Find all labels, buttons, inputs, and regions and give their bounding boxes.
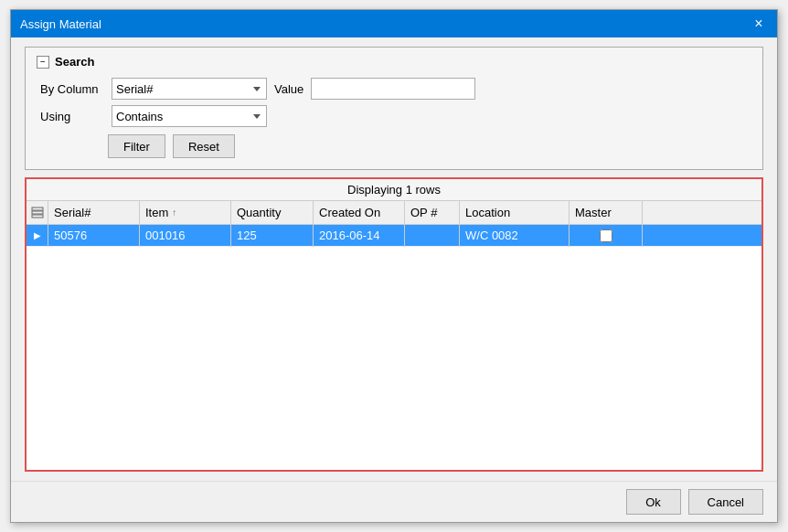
cell-created-on: 2016-06-14 xyxy=(314,225,405,247)
ok-button[interactable]: Ok xyxy=(626,489,681,515)
svg-rect-1 xyxy=(32,211,43,214)
close-button[interactable]: × xyxy=(750,15,768,33)
row-arrow: ▶ xyxy=(27,225,48,247)
filter-button[interactable]: Filter xyxy=(108,134,165,158)
by-column-row: By Column Serial# Item Quantity Created … xyxy=(40,78,751,100)
search-fields: By Column Serial# Item Quantity Created … xyxy=(37,78,751,127)
col-header-master[interactable]: Master xyxy=(570,201,643,225)
col-header-item[interactable]: Item ↑ xyxy=(140,201,231,225)
using-select[interactable]: Contains Starts With Equals xyxy=(112,105,267,127)
sort-arrow-item: ↑ xyxy=(172,207,176,218)
dialog-footer: Ok Cancel xyxy=(11,481,777,522)
reset-button[interactable]: Reset xyxy=(173,134,235,158)
grid-section: Displaying 1 rows Serial# Item ↑ xyxy=(25,177,763,472)
cancel-button[interactable]: Cancel xyxy=(688,489,763,515)
value-label: Value xyxy=(274,82,303,96)
grid-status: Displaying 1 rows xyxy=(27,179,761,201)
search-section: − Search By Column Serial# Item Quantity… xyxy=(25,47,763,170)
search-label: Search xyxy=(55,55,94,69)
col-header-quantity[interactable]: Quantity xyxy=(231,201,314,225)
cell-location: W/C 0082 xyxy=(460,225,570,247)
collapse-button[interactable]: − xyxy=(37,56,49,69)
col-header-location[interactable]: Location xyxy=(460,201,570,225)
assign-material-dialog: Assign Material × − Search By Column Ser… xyxy=(10,9,778,523)
grid-header: Serial# Item ↑ Quantity Created On OP # … xyxy=(27,201,761,225)
search-header: − Search xyxy=(37,55,751,69)
button-row: Filter Reset xyxy=(37,134,751,158)
using-row: Using Contains Starts With Equals xyxy=(40,105,751,127)
svg-rect-0 xyxy=(32,207,43,210)
cell-master[interactable] xyxy=(570,225,643,247)
cell-op xyxy=(405,225,460,247)
dialog-body: − Search By Column Serial# Item Quantity… xyxy=(11,37,777,481)
grid-body: ▶ 50576 001016 125 2016-06-14 W/C 0082 xyxy=(27,225,761,470)
cell-item: 001016 xyxy=(140,225,231,247)
col-header-serial[interactable]: Serial# xyxy=(48,201,140,225)
col-header-created-on[interactable]: Created On xyxy=(314,201,405,225)
cell-quantity: 125 xyxy=(231,225,314,247)
dialog-title: Assign Material xyxy=(20,17,101,31)
svg-rect-2 xyxy=(32,215,43,218)
table-row[interactable]: ▶ 50576 001016 125 2016-06-14 W/C 0082 xyxy=(27,225,761,247)
cell-serial: 50576 xyxy=(48,225,140,247)
col-header-op[interactable]: OP # xyxy=(405,201,460,225)
title-bar: Assign Material × xyxy=(11,10,777,37)
column-select[interactable]: Serial# Item Quantity Created On OP # Lo… xyxy=(112,78,267,100)
by-column-label: By Column xyxy=(40,82,104,96)
using-label: Using xyxy=(40,110,104,123)
header-icon xyxy=(27,201,48,225)
master-checkbox[interactable] xyxy=(600,229,612,242)
value-input[interactable] xyxy=(311,78,475,100)
